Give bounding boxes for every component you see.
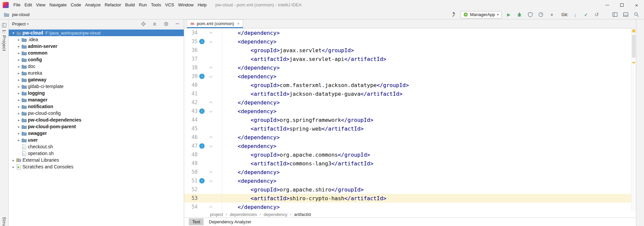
menu-code[interactable]: Code xyxy=(69,0,83,10)
tree-item-operation-sh[interactable]: operation.sh xyxy=(9,150,184,157)
editor[interactable]: 34 </dependency>35↑ <dependency>36 <grou… xyxy=(184,28,636,211)
tool-button-structure[interactable]: Structure xyxy=(0,217,8,226)
tree-chevron-icon[interactable]: ▸ xyxy=(16,65,21,68)
menu-tools[interactable]: Tools xyxy=(149,0,163,10)
code-line-35[interactable]: 35↑ <dependency> xyxy=(184,37,636,46)
code-line-40[interactable]: 40 <groupId>com.fasterxml.jackson.dataty… xyxy=(184,81,636,89)
code-line-43[interactable]: 43↑ <dependency> xyxy=(184,107,636,116)
tree-chevron-icon[interactable]: ▸ xyxy=(16,85,21,88)
fold-marker-icon[interactable] xyxy=(206,136,215,139)
run-icon[interactable]: ▶ xyxy=(505,11,513,18)
code-line-44[interactable]: 44 <groupId>org.springframework</groupId… xyxy=(184,116,636,124)
code-line-53[interactable]: 53 <artifactId>shiro-crypto-hash</artifa… xyxy=(184,194,636,203)
code-line-34[interactable]: 34 </dependency> xyxy=(184,28,636,37)
breadcrumb-project[interactable]: project xyxy=(210,212,223,217)
fold-marker-icon[interactable] xyxy=(206,110,215,112)
code-line-39[interactable]: 39↑ <dependency> xyxy=(184,72,636,81)
fold-marker-icon[interactable] xyxy=(206,32,215,34)
code-line-49[interactable]: 49 <artifactId>commons-lang3</artifactId… xyxy=(184,159,636,168)
tree-chevron-icon[interactable]: ▸ xyxy=(16,98,21,102)
scrollbar-thumb[interactable] xyxy=(632,34,636,58)
tree-chevron-icon[interactable]: ▸ xyxy=(16,132,21,135)
tree-item-pw-cloud-pom-parent[interactable]: ▸pw-cloud-pom-parent xyxy=(9,123,184,130)
tree-item-gateway[interactable]: ▸gateway xyxy=(9,76,184,83)
menu-file[interactable]: File xyxy=(11,0,22,10)
debug-icon[interactable] xyxy=(516,11,523,18)
menu-build[interactable]: Build xyxy=(123,0,137,10)
tree-chevron-icon[interactable]: ▸ xyxy=(16,38,21,42)
code-line-47[interactable]: 47↑ <dependency> xyxy=(184,142,636,150)
breadcrumb-dependencies[interactable]: dependencies xyxy=(230,212,257,217)
fold-marker-icon[interactable] xyxy=(206,206,215,208)
fold-marker-icon[interactable] xyxy=(206,41,215,43)
tree-item-common[interactable]: ▸common xyxy=(9,50,184,56)
vcs-update-icon[interactable]: ↓ xyxy=(572,11,579,18)
tree-chevron-icon[interactable]: ▸ xyxy=(16,58,21,62)
menu-refactor[interactable]: Refactor xyxy=(103,0,123,10)
vcs-commit-icon[interactable]: ✓ xyxy=(582,11,590,18)
fold-marker-icon[interactable] xyxy=(206,101,215,104)
scrollbar-error-stripe[interactable] xyxy=(631,28,636,211)
tree-chevron-icon[interactable]: ▸ xyxy=(16,45,21,48)
code-line-52[interactable]: 52 <groupId>org.apache.shiro</groupId> xyxy=(184,185,636,194)
minimize-button[interactable] xyxy=(600,0,614,10)
layout-left-icon[interactable] xyxy=(611,11,619,18)
tree-chevron-icon[interactable]: ▾ xyxy=(11,31,16,35)
menu-run[interactable]: Run xyxy=(137,0,149,10)
tree-chevron-icon[interactable]: ▸ xyxy=(16,51,21,55)
tree-chevron-icon[interactable]: ▸ xyxy=(16,105,21,108)
tree-chevron-icon[interactable]: ▸ xyxy=(11,158,16,162)
warning-stripe-mark[interactable] xyxy=(632,62,635,63)
menu-view[interactable]: View xyxy=(34,0,47,10)
profiler-icon[interactable] xyxy=(537,11,545,18)
build-hammer-icon[interactable] xyxy=(450,11,457,18)
tree-chevron-icon[interactable]: ▸ xyxy=(16,118,21,122)
tree-item-swagger[interactable]: ▸swagger xyxy=(9,130,184,137)
bottom-tab-text[interactable]: Text xyxy=(189,218,204,225)
collapse-all-icon[interactable] xyxy=(152,21,158,27)
tree-item-eureka[interactable]: ▸eureka xyxy=(9,70,184,76)
fold-marker-icon[interactable] xyxy=(206,75,215,78)
code-line-45[interactable]: 45 <artifactId>spring-web</artifactId> xyxy=(184,124,636,133)
tree-item-admin-server[interactable]: ▸admin-server xyxy=(9,43,184,50)
tree-chevron-icon[interactable]: ▸ xyxy=(16,138,21,142)
tree-chevron-icon[interactable]: ▸ xyxy=(11,165,16,169)
maven-dependency-gutter-icon[interactable]: ↑ xyxy=(198,178,206,183)
code-line-42[interactable]: 42 </dependency> xyxy=(184,98,636,107)
tree-item-logging[interactable]: ▸logging xyxy=(9,90,184,96)
tree-item-pw-cloud[interactable]: ▾pw-cloudF:\java_workspace\pw-cloud xyxy=(9,29,184,36)
tree-item-manager[interactable]: ▸manager xyxy=(9,96,184,103)
tree-item-notification[interactable]: ▸notification xyxy=(9,103,184,110)
tree-item-doc[interactable]: ▸doc xyxy=(9,63,184,70)
code-line-37[interactable]: 37 <artifactId>javax.servlet-api</artifa… xyxy=(184,55,636,63)
menu-edit[interactable]: Edit xyxy=(22,0,34,10)
tool-button-project[interactable]: 1: Project xyxy=(0,23,8,51)
menu-help[interactable]: Help xyxy=(196,0,209,10)
layout-bottom-icon[interactable] xyxy=(622,11,629,18)
code-line-46[interactable]: 46 </dependency> xyxy=(184,133,636,142)
run-config-combo[interactable]: ManagerApp ▾ xyxy=(461,11,501,18)
hide-panel-icon[interactable] xyxy=(174,21,180,27)
editor-tab-pom-xml[interactable]: m pom.xml (common) × xyxy=(187,19,243,28)
tree-item-gitlab-ci-template[interactable]: ▸gitlab-ci-template xyxy=(9,83,184,90)
maven-dependency-gutter-icon[interactable]: ↑ xyxy=(198,143,206,149)
tree-item-idea[interactable]: ▸.idea xyxy=(9,36,184,43)
vcs-rollback-icon[interactable]: ↺ xyxy=(593,11,600,18)
maven-dependency-gutter-icon[interactable]: ↑ xyxy=(198,39,206,44)
tree-chevron-icon[interactable]: ▸ xyxy=(16,125,21,129)
inspections-indicator[interactable] xyxy=(632,29,635,32)
coverage-icon[interactable] xyxy=(527,11,534,18)
search-icon[interactable] xyxy=(633,11,640,18)
code-line-51[interactable]: 51↑ <dependency> xyxy=(184,176,636,185)
fold-marker-icon[interactable] xyxy=(206,145,215,147)
stop-icon[interactable]: ■ xyxy=(548,11,555,18)
tree-chevron-icon[interactable]: ▸ xyxy=(16,78,21,82)
breadcrumb-artifactid[interactable]: artifactId xyxy=(294,212,311,217)
code-line-54[interactable]: 54 </dependency> xyxy=(184,203,636,211)
locate-file-icon[interactable] xyxy=(140,21,146,27)
tree-item-checkout-sh[interactable]: checkout.sh xyxy=(9,143,184,150)
maven-dependency-gutter-icon[interactable]: ↑ xyxy=(198,108,206,114)
tree-item-pw-cloud-config[interactable]: ▸pw-cloud-config xyxy=(9,110,184,117)
tree-chevron-icon[interactable]: ▸ xyxy=(16,111,21,115)
menu-window[interactable]: Window xyxy=(176,0,196,10)
